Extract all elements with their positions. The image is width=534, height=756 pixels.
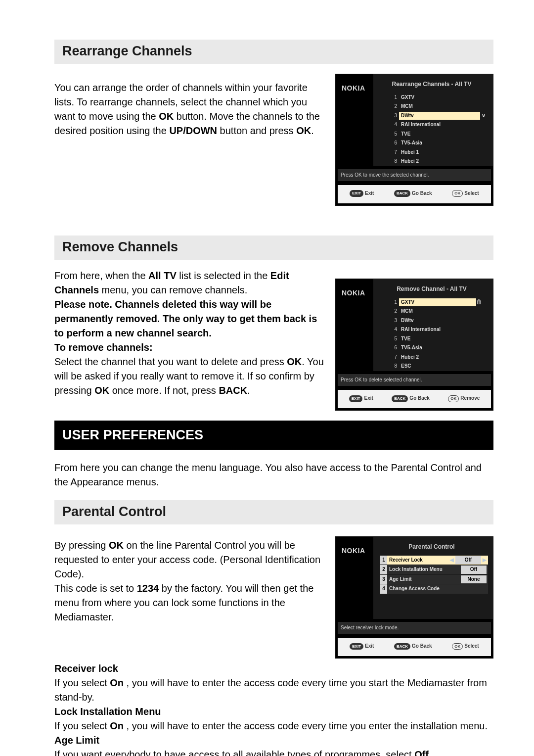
channel-row[interactable]: 6TV5-Asia xyxy=(390,343,487,353)
channel-row[interactable]: 2MCM xyxy=(390,307,487,316)
left-arrow-icon[interactable]: ◀ xyxy=(450,557,454,564)
channel-number: 6 xyxy=(390,140,397,147)
t: Please note. Channels deleted this way w… xyxy=(54,299,317,338)
channel-row[interactable]: 3DWtvv xyxy=(390,111,487,121)
hint-bar: Press OK to delete selected channel. xyxy=(338,374,491,386)
back-button[interactable]: BACKGo Back xyxy=(394,190,432,197)
channel-number: 8 xyxy=(390,363,397,370)
ok-button[interactable]: OKSelect xyxy=(452,190,479,197)
option-row[interactable]: 3Age LimitNone xyxy=(380,575,488,584)
parental-heading: Parental Control xyxy=(54,500,493,524)
t: once more. If not, press xyxy=(109,385,219,396)
channel-number: 7 xyxy=(390,354,397,361)
t: , you will have to enter the access code… xyxy=(124,720,488,731)
t: menu, you can remove channels. xyxy=(99,284,247,295)
trash-icon: 🗑 xyxy=(476,298,487,306)
channel-number: 3 xyxy=(390,317,397,325)
option-row[interactable]: 4Change Access Code xyxy=(380,584,488,594)
t: . xyxy=(311,125,314,136)
t: Off xyxy=(414,749,429,756)
channel-name: TV5-Asia xyxy=(399,139,487,147)
channel-row[interactable]: 8Hubei 2 xyxy=(390,157,487,166)
exit-button[interactable]: EXITExit xyxy=(350,643,374,650)
channel-number: 3 xyxy=(390,112,397,120)
option-row[interactable]: 2Lock Installation MenuOff xyxy=(380,565,488,574)
t: If you select xyxy=(54,677,110,688)
tv-title: Remove Channel - All TV xyxy=(373,285,490,293)
channel-name: Hubei 2 xyxy=(399,157,487,166)
channel-number: 2 xyxy=(390,103,397,110)
parental-text: By pressing OK on the line Parental Cont… xyxy=(54,535,324,624)
channel-row[interactable]: 4RAI International xyxy=(390,120,487,130)
option-number: 4 xyxy=(380,584,387,594)
channel-row[interactable]: 1GXTV xyxy=(390,93,487,102)
t: From here, when the xyxy=(54,270,148,281)
receiver-lock-heading: Receiver lock xyxy=(54,663,118,674)
exit-button[interactable]: EXITExit xyxy=(350,190,374,197)
channel-number: 6 xyxy=(390,344,397,352)
t: OK xyxy=(94,385,109,396)
t: All TV xyxy=(148,270,177,281)
tv-footer: EXITExitBACKGo BackOKRemove xyxy=(338,390,491,408)
channel-name: MCM xyxy=(399,102,487,111)
brand-logo: NOKIA xyxy=(336,537,373,556)
channel-row[interactable]: 6TV5-Asia xyxy=(390,139,487,148)
option-list: 1Receiver Lock◀Off▶2Lock Installation Me… xyxy=(380,556,488,594)
t: By pressing xyxy=(54,540,109,551)
back-button[interactable]: BACKGo Back xyxy=(392,395,430,402)
flag: v xyxy=(480,112,487,120)
channel-name: RAI International xyxy=(399,121,487,129)
channel-row[interactable]: 4RAI International xyxy=(390,325,487,334)
tv-footer: EXITExitBACKGo BackOKSelect xyxy=(338,638,491,656)
channel-name: RAI International xyxy=(399,326,487,334)
t: . xyxy=(247,385,250,396)
option-row[interactable]: 1Receiver Lock◀Off▶ xyxy=(380,556,488,565)
channel-row[interactable]: 5TVE xyxy=(390,334,487,344)
exit-button[interactable]: EXITExit xyxy=(349,395,373,402)
tv-title: Rearrange Channels - All TV xyxy=(373,80,490,89)
channel-row[interactable]: 1GXTV🗑 xyxy=(390,297,487,307)
brand-logo: NOKIA xyxy=(336,279,373,298)
channel-row[interactable]: 8ESC xyxy=(390,362,487,371)
ok-button[interactable]: OKSelect xyxy=(452,643,479,650)
channel-name: TV5-Asia xyxy=(399,344,487,352)
option-value: None xyxy=(461,575,487,584)
channel-number: 5 xyxy=(390,335,397,343)
rearrange-heading: Rearrange Channels xyxy=(54,40,493,64)
option-number: 3 xyxy=(380,575,387,584)
t: BACK xyxy=(219,385,247,396)
tv-footer: EXITExitBACKGo BackOKSelect xyxy=(338,185,491,203)
channel-name: Hubei 2 xyxy=(399,353,487,362)
rearrange-text: You can arrange the order of channels wi… xyxy=(54,78,324,138)
channel-row[interactable]: 7Hubei 2 xyxy=(390,353,487,362)
channel-row[interactable]: 5TVE xyxy=(390,130,487,139)
parental-screenshot: NOKIAParental Control1Receiver Lock◀Off▶… xyxy=(335,536,493,658)
option-number: 1 xyxy=(380,556,387,565)
option-number: 2 xyxy=(380,565,387,574)
channel-number: 4 xyxy=(390,121,397,129)
user-preferences-text: From here you can change the menu langua… xyxy=(54,461,493,489)
t: OK xyxy=(296,125,311,136)
remove-text: From here, when the All TV list is selec… xyxy=(54,269,324,398)
channel-list: 1GXTV2MCM3DWtvv4RAI International5TVE6TV… xyxy=(390,93,487,166)
channel-name: ESC xyxy=(399,362,487,371)
t: On xyxy=(110,720,124,731)
channel-row[interactable]: 7Hubei 1 xyxy=(390,148,487,157)
channel-row[interactable]: 3DWtv xyxy=(390,316,487,326)
option-value: Off xyxy=(455,556,481,565)
option-name: Change Access Code xyxy=(387,584,488,594)
lock-install-heading: Lock Installation Menu xyxy=(54,706,161,717)
t: . xyxy=(429,749,434,756)
channel-name: GXTV xyxy=(399,94,487,102)
back-button[interactable]: BACKGo Back xyxy=(394,643,432,650)
t: If you want everybody to have access to … xyxy=(54,749,414,756)
ok-button[interactable]: OKRemove xyxy=(448,395,480,402)
right-arrow-icon[interactable]: ▶ xyxy=(483,557,487,564)
option-value: Off xyxy=(461,566,487,574)
hint-bar: Select receiver lock mode. xyxy=(338,622,491,634)
channel-row[interactable]: 2MCM xyxy=(390,102,487,111)
channel-number: 2 xyxy=(390,308,397,315)
t: button and press xyxy=(217,125,296,136)
channel-name: TVE xyxy=(399,130,487,139)
channel-name: Hubei 1 xyxy=(399,148,487,157)
